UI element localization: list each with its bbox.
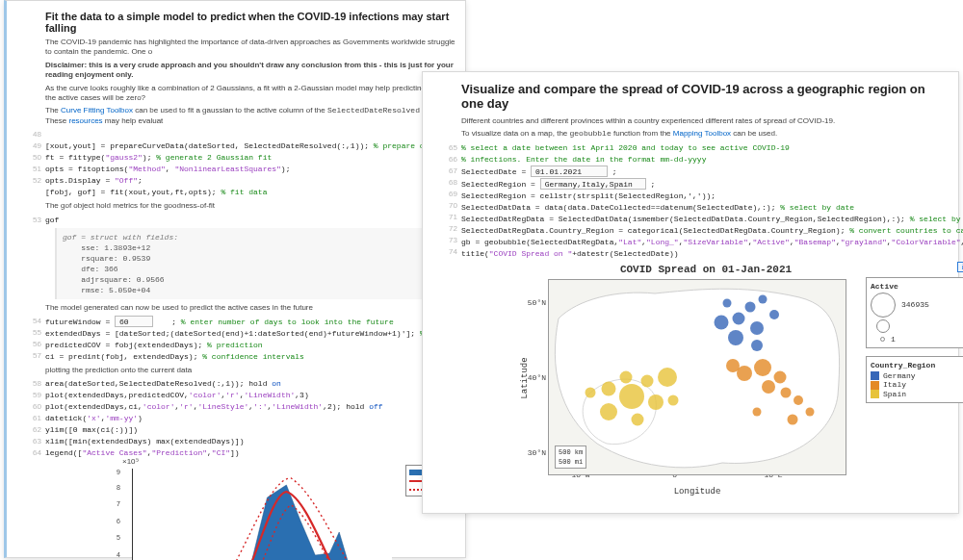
code-block-geobubble[interactable]: 65666768697071727374 % select a date bet… xyxy=(461,142,949,260)
mapping-toolbox-paragraph: To visualize data on a map, the geobubbl… xyxy=(461,129,949,139)
code-block-plot[interactable]: 58596061626364 area(dateSorted,SelectedD… xyxy=(45,378,455,459)
bubble-germany xyxy=(745,302,756,313)
info-icon[interactable]: i xyxy=(957,262,963,272)
figure-prediction-chart: i ×10⁵ 0 1 2 3 4 5 6 7 xyxy=(103,463,469,560)
disclaimer-text: Disclaimer: this is a very crude approac… xyxy=(45,61,455,81)
map-canvas[interactable]: 500 km500 mi xyxy=(548,279,846,475)
region-legend: Country_Region Germany Italy Spain xyxy=(866,356,963,403)
mapping-toolbox-link[interactable]: Mapping Toolbox xyxy=(673,129,731,138)
intro-paragraph: The COVID-19 pandemic has highlighted th… xyxy=(45,38,455,58)
section-title-right: Visualize and compare the spread of COVI… xyxy=(461,82,949,111)
map-xlabel: Longitude xyxy=(548,487,846,496)
gaussian-note: As the curve looks roughly like a combin… xyxy=(45,84,455,104)
bubble-spain xyxy=(601,381,615,395)
notebook-left: Fit the data to a simple model to predic… xyxy=(4,0,466,558)
model-paragraph: The model generated can now be used to p… xyxy=(45,303,455,313)
bubble-size-legend: Active 346935 1 xyxy=(866,277,963,348)
scale-bar: 500 km500 mi xyxy=(555,445,586,469)
notebook-right: Visualize and compare the spread of COVI… xyxy=(422,71,959,514)
curve-fitting-toolbox-link[interactable]: Curve Fitting Toolbox xyxy=(61,106,133,115)
map-title: COVID Spread on 01-Jan-2021 xyxy=(552,264,860,275)
toolbox-paragraph: The Curve Fitting Toolbox can be used to… xyxy=(45,106,455,126)
selected-date-input[interactable]: 01.01.2021 xyxy=(531,165,608,177)
code-block-predict[interactable]: 54555657 futureWindow = 60 ; % enter num… xyxy=(45,316,455,363)
code-block-fit[interactable]: 4849505152 [xout,yout] = prepareCurveDat… xyxy=(45,129,455,198)
plot-paragraph: plotting the prediction onto the current… xyxy=(45,366,455,375)
output-gof: gof = struct with fields: sse: 1.3893e+1… xyxy=(55,228,455,299)
selected-region-input[interactable]: Germany,Italy,Spain xyxy=(540,178,646,190)
section-title-left: Fit the data to a simple model to predic… xyxy=(45,11,455,34)
gof-paragraph: The gof object hold metrics for the good… xyxy=(45,201,455,211)
right-intro: Different countries and different provin… xyxy=(461,116,949,126)
y-axis-exponent: ×10⁵ xyxy=(122,457,139,466)
resources-link[interactable]: resources xyxy=(68,116,102,125)
figure-geobubble-map: i COVID Spread on 01-Jan-2021 Latitude 5… xyxy=(494,264,963,493)
code-block-gof[interactable]: 53 gof xyxy=(45,215,455,226)
future-window-input[interactable]: 60 xyxy=(115,316,153,327)
bubble-italy xyxy=(737,366,752,381)
chart-axes xyxy=(132,469,392,560)
